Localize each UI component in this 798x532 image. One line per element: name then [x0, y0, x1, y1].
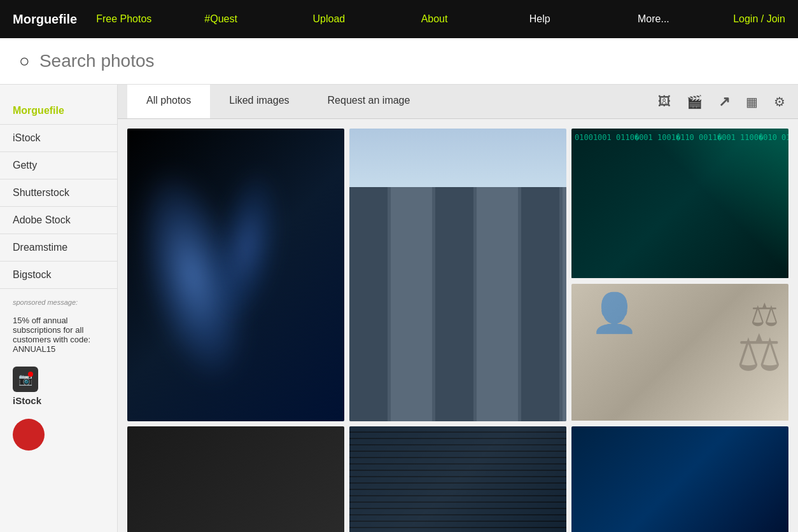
ad-logo[interactable]: 📷 iStock — [0, 360, 117, 412]
istock-label: iStock — [13, 395, 41, 406]
sponsored-label: sponsored message: — [0, 289, 117, 316]
search-input[interactable] — [39, 51, 779, 71]
tab-all-photos[interactable]: All photos — [127, 85, 210, 118]
sidebar-item-morguefile[interactable]: Morguefile — [0, 97, 117, 125]
nav-about[interactable]: About — [421, 13, 517, 25]
content-area: All photos Liked images Request an image… — [118, 85, 798, 532]
istock-icon: 📷 — [13, 367, 38, 392]
nav-quest[interactable]: #Quest — [204, 13, 300, 25]
sidebar-item-adobe-stock[interactable]: Adobe Stock — [0, 207, 117, 234]
tab-icons: 🖼 🎬 ↗ ▦ ⚙ — [655, 90, 788, 113]
photo-grid: 👤 ⚖ — [118, 119, 798, 532]
photo-bottom-2[interactable] — [349, 426, 566, 532]
istock-dot — [28, 372, 33, 377]
grid-icon[interactable]: ▦ — [743, 91, 761, 113]
user-avatar — [13, 419, 45, 451]
sidebar-item-getty[interactable]: Getty — [0, 152, 117, 179]
search-icon: ○ — [19, 51, 30, 71]
login-join-button[interactable]: Login / Join — [733, 13, 785, 25]
photos-icon[interactable]: 🖼 — [655, 91, 674, 112]
tab-request-image[interactable]: Request an image — [309, 85, 430, 118]
sliders-icon[interactable]: ⚙ — [771, 91, 788, 113]
photo-binary[interactable] — [571, 129, 788, 279]
share-icon[interactable]: ↗ — [715, 90, 733, 113]
sidebar: Morguefile iStock Getty Shutterstock Ado… — [0, 85, 118, 532]
top-navigation: Morguefile Free Photos #Quest Upload Abo… — [0, 0, 798, 38]
photo-buildings[interactable] — [349, 129, 566, 421]
photo-bottom-3[interactable] — [571, 426, 788, 532]
video-icon[interactable]: 🎬 — [683, 91, 706, 113]
main-layout: Morguefile iStock Getty Shutterstock Ado… — [0, 85, 798, 532]
nav-upload[interactable]: Upload — [312, 13, 408, 25]
search-bar: ○ — [0, 38, 798, 85]
sidebar-item-bigstock[interactable]: Bigstock — [0, 262, 117, 289]
brand-logo[interactable]: Morguefile — [13, 12, 77, 27]
sidebar-item-shutterstock[interactable]: Shutterstock — [0, 179, 117, 207]
nav-help[interactable]: Help — [529, 13, 625, 25]
nav-free-photos[interactable]: Free Photos — [96, 13, 192, 25]
sidebar-item-istock[interactable]: iStock — [0, 125, 117, 152]
nav-links: Free Photos #Quest Upload About Help Mor… — [96, 13, 733, 25]
photo-statue[interactable]: 👤 ⚖ — [571, 284, 788, 421]
sidebar-item-dreamstime[interactable]: Dreamstime — [0, 234, 117, 262]
tabs: All photos Liked images Request an image — [127, 85, 655, 118]
nav-more[interactable]: More... — [638, 13, 733, 25]
photo-smoke[interactable] — [127, 129, 344, 421]
tab-liked-images[interactable]: Liked images — [210, 85, 308, 118]
photo-bottom-1[interactable] — [127, 426, 344, 532]
tabs-bar: All photos Liked images Request an image… — [118, 85, 798, 119]
ad-text: 15% off annual subscriptions for all cus… — [0, 316, 117, 360]
